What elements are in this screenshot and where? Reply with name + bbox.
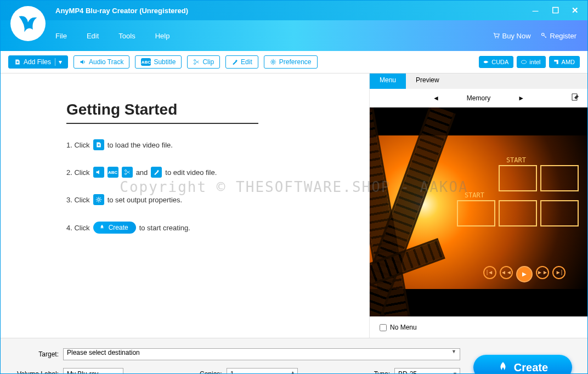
no-menu-checkbox[interactable]	[380, 324, 387, 331]
audio-track-label: Audio Track	[89, 58, 123, 66]
gear-icon	[270, 59, 276, 65]
start-label-2: START	[465, 191, 484, 199]
no-menu-row: No Menu	[370, 316, 587, 338]
step2-and: and	[136, 168, 148, 177]
menu-tools[interactable]: Tools	[118, 32, 135, 40]
edit-template-icon[interactable]	[571, 93, 580, 103]
minimize-button[interactable]: ─	[530, 5, 540, 15]
intel-icon	[521, 59, 527, 65]
preference-button[interactable]: Preference	[264, 55, 318, 69]
no-menu-label: No Menu	[390, 324, 417, 331]
svg-point-0	[495, 37, 496, 38]
tab-preview[interactable]: Preview	[406, 73, 449, 89]
subtitle-label: Subtitle	[154, 58, 176, 66]
step4-pre: 4. Click	[66, 224, 90, 232]
add-files-button[interactable]: Add Files ▾	[8, 55, 68, 69]
step-1: 1. Click to load the video file.	[66, 139, 342, 150]
main-area: Getting Started 1. Click to load the vid…	[1, 73, 587, 338]
play-icon[interactable]: ▶	[516, 266, 533, 282]
add-file-icon	[93, 139, 104, 150]
create-button[interactable]: Create	[473, 355, 572, 374]
menu-preview: START START |◄ ◄◄ ▶ ►► ►|	[370, 107, 587, 316]
window-controls: ─ ☐ ✕	[530, 5, 580, 15]
clip-label: Clip	[202, 58, 214, 66]
wand-icon	[151, 167, 162, 178]
target-row: Target: Please select destination ▼	[16, 348, 460, 360]
getting-started-pane: Getting Started 1. Click to load the vid…	[1, 73, 369, 338]
step-4: 4. Click Create to start creating.	[66, 222, 342, 234]
scissors-icon	[122, 167, 133, 178]
edit-button[interactable]: Edit	[225, 55, 258, 69]
subtitle-icon: ABC	[141, 58, 151, 66]
svg-point-8	[125, 173, 126, 175]
step-3: 3. Click to set output properties.	[66, 194, 342, 205]
add-files-dropdown-icon[interactable]: ▾	[55, 58, 62, 66]
close-button[interactable]: ✕	[570, 5, 580, 15]
ffwd-icon[interactable]: ►►	[536, 266, 549, 279]
gear-icon	[93, 194, 104, 205]
template-nav: ◄ Memory ►	[370, 89, 587, 107]
audio-track-button[interactable]: Audio Track	[74, 55, 129, 69]
step-2: 2. Click ABC and to edit video file.	[66, 167, 342, 178]
create-pill: Create	[93, 222, 136, 234]
getting-started-title: Getting Started	[66, 101, 342, 118]
buy-now-button[interactable]: Buy Now	[493, 32, 531, 40]
register-button[interactable]: Register	[541, 32, 576, 40]
step2-pre: 2. Click	[66, 168, 90, 177]
type-value: BD-25	[398, 370, 417, 374]
step4-post: to start creating.	[139, 224, 190, 232]
preference-label: Preference	[279, 58, 312, 66]
target-label: Target:	[16, 350, 59, 358]
clip-button[interactable]: Clip	[187, 55, 220, 69]
skip-next-icon[interactable]: ►|	[552, 266, 566, 279]
start-label-1: START	[506, 156, 526, 164]
copies-label: Copies:	[200, 370, 222, 374]
right-pane: Menu Preview ◄ Memory ► START START |◄ ◄…	[369, 73, 587, 338]
tab-menu[interactable]: Menu	[370, 73, 406, 89]
rewind-icon[interactable]: ◄◄	[500, 266, 513, 279]
chevron-down-icon: ▼	[453, 371, 457, 374]
create-button-label: Create	[514, 361, 548, 374]
copies-up-icon[interactable]: ▲	[289, 369, 297, 374]
toolbar: Add Files ▾ Audio Track ABC Subtitle Cli…	[1, 51, 587, 73]
title-divider	[66, 123, 258, 124]
create-pill-label: Create	[109, 224, 128, 231]
menu-edit[interactable]: Edit	[87, 32, 99, 40]
template-prev-icon[interactable]: ◄	[433, 94, 439, 102]
right-tabs: Menu Preview	[370, 73, 587, 89]
target-select[interactable]: Please select destination ▼	[63, 348, 460, 360]
add-files-label: Add Files	[24, 58, 51, 66]
target-value: Please select destination	[67, 349, 140, 356]
volume-input[interactable]	[63, 368, 123, 374]
template-next-icon[interactable]: ►	[518, 94, 524, 102]
add-file-icon	[14, 59, 21, 65]
svg-point-9	[98, 199, 100, 201]
intel-badge: intel	[517, 56, 545, 68]
step3-post: to set output properties.	[108, 196, 183, 204]
svg-point-7	[125, 170, 126, 172]
menu-file[interactable]: File	[55, 32, 67, 40]
template-name: Memory	[467, 94, 490, 102]
titlebar: AnyMP4 Blu-ray Creator (Unregistered) ─ …	[1, 1, 587, 20]
copies-spinner[interactable]: 1 ▲▼	[227, 368, 298, 374]
chevron-down-icon: ▼	[451, 349, 456, 354]
type-label: Type:	[374, 370, 390, 374]
playback-controls: |◄ ◄◄ ▶ ►► ►|	[483, 266, 566, 282]
bottom-bar: Target: Please select destination ▼ Volu…	[1, 338, 587, 374]
maximize-button[interactable]: ☐	[550, 5, 560, 15]
step3-pre: 3. Click	[66, 196, 90, 204]
nvidia-icon	[483, 59, 489, 65]
second-row: Volume Label: Copies: 1 ▲▼ Type: BD-25 ▼	[16, 368, 460, 374]
key-icon	[541, 32, 547, 39]
copies-value: 1	[230, 370, 234, 374]
scissors-icon	[193, 59, 200, 65]
subtitle-icon: ABC	[108, 167, 118, 178]
svg-point-1	[497, 37, 499, 38]
menu-help[interactable]: Help	[155, 32, 170, 40]
subtitle-button[interactable]: ABC Subtitle	[135, 55, 182, 69]
type-select[interactable]: BD-25 ▼	[394, 368, 460, 374]
flame-icon	[99, 224, 105, 231]
skip-prev-icon[interactable]: |◄	[483, 266, 496, 279]
cart-icon	[493, 32, 500, 39]
amd-icon	[553, 59, 559, 65]
